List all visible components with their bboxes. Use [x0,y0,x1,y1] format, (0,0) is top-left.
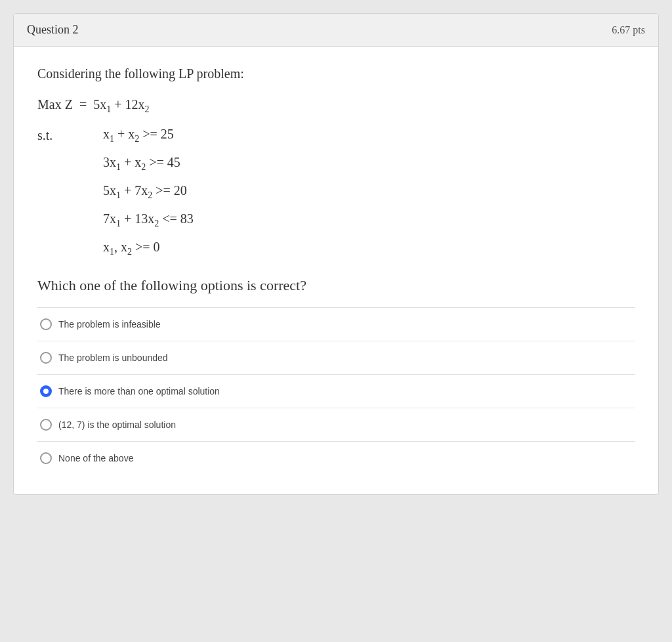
radio-outer-2 [40,352,52,364]
problem-statement: Considering the following LP problem: [37,66,635,81]
objective-row: Max Z = 5x1 + 12x2 [37,97,635,115]
radio-inner-3 [43,389,49,394]
option-item-5[interactable]: None of the above [37,442,635,475]
radio-outer-5 [40,452,52,464]
st-label: s.t. [37,127,103,143]
constraint-2: 3x1 + x2 >= 45 [103,155,194,173]
option-item-2[interactable]: The problem is unbounded [37,341,635,375]
constraint-4: 7x1 + 13x2 <= 83 [103,211,194,229]
radio-5[interactable] [40,452,52,464]
radio-outer-4 [40,419,52,431]
lp-formulation: Max Z = 5x1 + 12x2 s.t. x1 + x2 >= 25 3x… [37,97,635,257]
options-list: The problem is infeasible The problem is… [37,307,635,475]
radio-outer-3 [40,385,52,397]
option-label-5: None of the above [58,453,133,463]
constraint-5: x1, x2 >= 0 [103,240,194,257]
question-points: 6.67 pts [612,24,645,36]
option-item-3[interactable]: There is more than one optimal solution [37,375,635,408]
option-label-2: The problem is unbounded [58,353,168,363]
radio-3[interactable] [40,385,52,397]
constraint-3: 5x1 + 7x2 >= 20 [103,183,194,201]
question-prompt: Which one of the following options is co… [37,277,635,294]
radio-1[interactable] [40,318,52,330]
constraints-section: s.t. x1 + x2 >= 25 3x1 + x2 >= 45 5x1 + … [37,127,635,257]
option-label-3: There is more than one optimal solution [58,386,220,396]
constraint-1: x1 + x2 >= 25 [103,127,194,144]
radio-outer-1 [40,318,52,330]
radio-2[interactable] [40,352,52,364]
question-body: Considering the following LP problem: Ma… [14,47,658,494]
radio-4[interactable] [40,419,52,431]
question-title: Question 2 [27,23,79,37]
option-item-4[interactable]: (12, 7) is the optimal solution [37,408,635,442]
question-card: Question 2 6.67 pts Considering the foll… [13,13,659,495]
option-label-1: The problem is infeasible [58,319,161,330]
constraints-list: x1 + x2 >= 25 3x1 + x2 >= 45 5x1 + 7x2 >… [103,127,194,257]
option-item-1[interactable]: The problem is infeasible [37,308,635,341]
objective-label: Max Z = 5x1 + 12x2 [37,97,149,115]
option-label-4: (12, 7) is the optimal solution [58,419,176,430]
question-header: Question 2 6.67 pts [14,14,658,47]
